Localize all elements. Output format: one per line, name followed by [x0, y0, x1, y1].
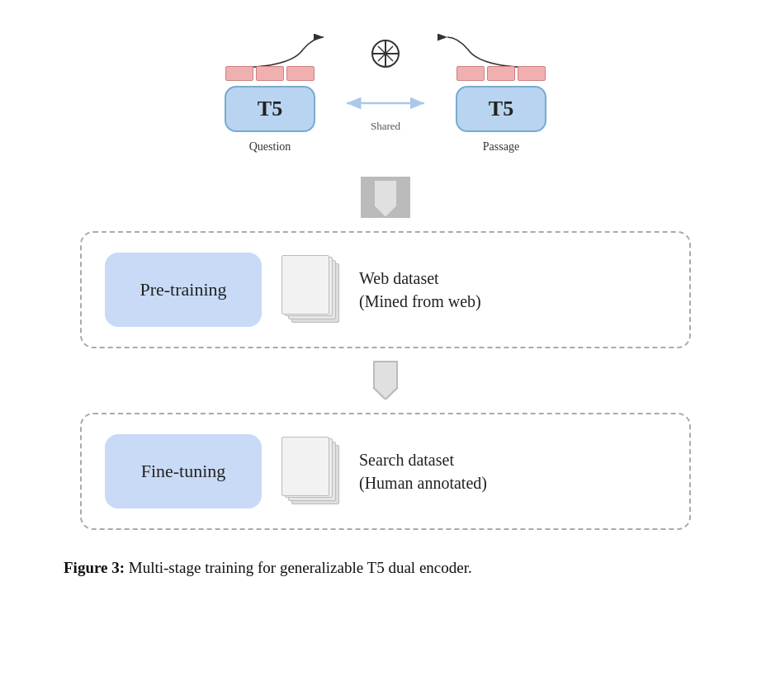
svg-marker-14	[374, 180, 397, 218]
shared-label: Shared	[371, 120, 400, 133]
pink-bar-2	[256, 66, 284, 81]
t5-left-box: T5	[225, 86, 315, 132]
diagram: T5 Question Shared	[64, 33, 707, 530]
question-pink-bars	[225, 66, 315, 81]
finetuning-box: Fine-tuning Search dataset (Human annota…	[80, 413, 691, 530]
doc-page-8	[281, 437, 329, 496]
search-dataset-description: Search dataset (Human annotated)	[359, 448, 666, 494]
web-dataset-docs	[281, 257, 339, 323]
search-dataset-docs	[281, 438, 339, 504]
pink-bar-3	[286, 66, 315, 81]
pretraining-label: Pre-training	[105, 253, 262, 327]
pink-bar-5	[487, 66, 515, 81]
passage-encoder: T5 Passage	[456, 66, 546, 154]
figure-caption: Figure 3: Multi-stage training for gener…	[64, 556, 707, 580]
svg-marker-16	[374, 362, 397, 400]
arrow-between-stages	[361, 358, 410, 403]
pretraining-box: Pre-training Web dataset (Mined from web…	[80, 231, 691, 348]
finetuning-label: Fine-tuning	[105, 434, 262, 508]
passage-label: Passage	[483, 140, 519, 154]
web-dataset-description: Web dataset (Mined from web)	[359, 267, 666, 313]
caption-label: Figure 3:	[64, 559, 125, 576]
doc-page-4	[281, 255, 329, 315]
passage-pink-bars	[456, 66, 546, 81]
shared-double-arrow	[340, 87, 431, 120]
question-label: Question	[249, 140, 291, 154]
arrow-to-pretraining	[361, 177, 410, 221]
top-section: T5 Question Shared	[64, 33, 707, 160]
pink-bar-4	[456, 66, 485, 81]
shared-arrow-area: Shared	[340, 87, 431, 133]
t5-right-box: T5	[456, 86, 546, 132]
pink-bar-6	[518, 66, 546, 81]
caption-text: Multi-stage training for generalizable T…	[125, 559, 472, 576]
pink-bar-1	[225, 66, 253, 81]
question-encoder: T5 Question	[225, 66, 315, 154]
encoders-row: T5 Question Shared	[64, 66, 707, 154]
